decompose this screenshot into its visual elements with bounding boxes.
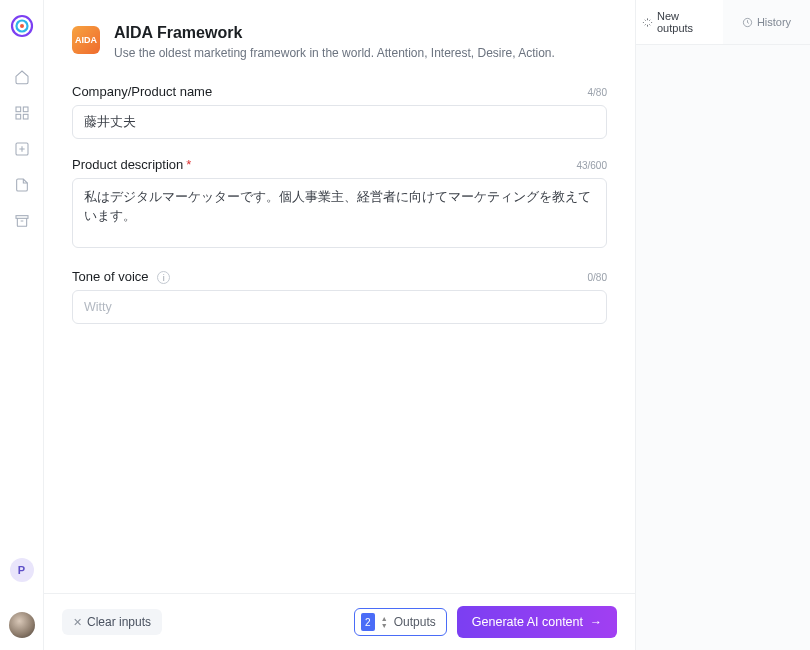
chevron-up-icon[interactable]: ▲ [381, 615, 388, 622]
close-icon: ✕ [73, 616, 82, 629]
info-icon[interactable]: i [157, 271, 170, 284]
description-count: 43/600 [576, 160, 607, 171]
arrow-right-icon: → [590, 615, 602, 629]
svg-rect-5 [16, 114, 21, 119]
generate-button[interactable]: Generate AI content → [457, 606, 617, 638]
field-description: Product description* 43/600 私はデジタルマーケッター… [72, 157, 607, 251]
template-icon: AIDA [72, 26, 100, 54]
home-icon[interactable] [13, 68, 31, 86]
grid-icon[interactable] [13, 104, 31, 122]
chevron-down-icon[interactable]: ▼ [381, 622, 388, 629]
tab-new-outputs[interactable]: New outputs [636, 0, 723, 44]
svg-point-2 [20, 24, 24, 28]
document-icon[interactable] [13, 176, 31, 194]
description-label: Product description* [72, 157, 191, 172]
outputs-value: 2 [361, 613, 375, 631]
sparkle-icon [642, 17, 653, 28]
tab-history[interactable]: History [723, 0, 810, 44]
field-tone: Tone of voice i 0/80 [72, 269, 607, 324]
company-count: 4/80 [588, 87, 607, 98]
svg-rect-3 [16, 107, 21, 112]
description-input[interactable]: 私はデジタルマーケッターです。個人事業主、経営者に向けてマーケティングを教えてい… [72, 178, 607, 248]
page-subtitle: Use the oldest marketing framework in th… [114, 46, 555, 60]
form-footer: ✕ Clear inputs 2 ▲ ▼ Outputs Generate AI… [44, 593, 635, 650]
form-pane: AIDA AIDA Framework Use the oldest marke… [44, 0, 636, 650]
output-tabs: New outputs History [636, 0, 810, 45]
form-body: Company/Product name 4/80 Product descri… [44, 76, 635, 593]
user-avatar[interactable] [9, 612, 35, 638]
template-header: AIDA AIDA Framework Use the oldest marke… [44, 0, 635, 76]
svg-rect-8 [16, 216, 28, 219]
tone-label: Tone of voice i [72, 269, 170, 284]
page-title: AIDA Framework [114, 24, 555, 42]
output-pane: New outputs History [636, 0, 810, 650]
outputs-label: Outputs [394, 615, 436, 629]
archive-icon[interactable] [13, 212, 31, 230]
field-company: Company/Product name 4/80 [72, 84, 607, 139]
outputs-stepper[interactable]: 2 ▲ ▼ Outputs [354, 608, 447, 636]
add-icon[interactable] [13, 140, 31, 158]
company-input[interactable] [72, 105, 607, 139]
stepper-arrows[interactable]: ▲ ▼ [381, 615, 388, 629]
tone-input[interactable] [72, 290, 607, 324]
company-label: Company/Product name [72, 84, 212, 99]
sidebar: P [0, 0, 44, 650]
clock-icon [742, 17, 753, 28]
svg-rect-4 [23, 107, 28, 112]
clear-inputs-button[interactable]: ✕ Clear inputs [62, 609, 162, 635]
tone-count: 0/80 [588, 272, 607, 283]
main: AIDA AIDA Framework Use the oldest marke… [44, 0, 810, 650]
workspace-avatar[interactable]: P [10, 558, 34, 582]
app-logo[interactable] [10, 14, 34, 38]
svg-rect-6 [23, 114, 28, 119]
